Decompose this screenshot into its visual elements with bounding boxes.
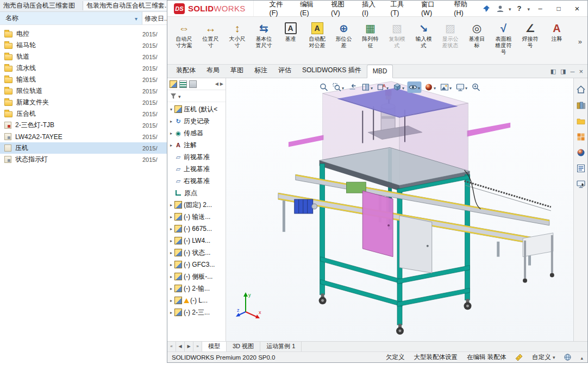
file-row[interactable]: 输送线2015/ <box>0 74 167 85</box>
file-row-selected[interactable]: 压机2015/ <box>0 142 167 154</box>
nav-prev-icon[interactable] <box>176 342 185 351</box>
propertymanager-tab-icon[interactable] <box>179 80 187 88</box>
status-expand-icon[interactable] <box>580 354 583 361</box>
file-row[interactable]: 状态指示灯2015/ <box>0 154 167 165</box>
solidworks-resources-home-icon[interactable] <box>576 85 586 95</box>
headsup-apply-scene[interactable] <box>439 81 453 93</box>
tab-assembly[interactable]: 装配体 <box>171 64 201 78</box>
headsup-hide-show-items[interactable] <box>407 81 421 93</box>
file-row[interactable]: LW42A2-TAYEE2015/ <box>0 131 167 142</box>
caret-down-icon[interactable] <box>418 84 420 91</box>
measure-icon[interactable] <box>515 354 523 361</box>
headsup-zoom-area[interactable] <box>331 81 345 93</box>
caret-down-icon[interactable] <box>449 84 452 91</box>
tab-motion-study[interactable]: 运动算例 1 <box>260 342 302 351</box>
pane-left-icon[interactable] <box>551 68 556 75</box>
expand-arrow-icon[interactable]: ▸ <box>168 238 174 243</box>
toolbar-auto-mate-tolerance[interactable]: A自动配对公差 <box>304 19 330 49</box>
toolbar-overflow-chevron[interactable] <box>574 37 586 46</box>
tree-item-front-plane[interactable]: 前视基准 <box>167 151 226 163</box>
toolbar-auto-dimension-scheme[interactable]: ⇔自动尺寸方案 <box>171 19 197 49</box>
tab-model[interactable]: 模型 <box>202 342 227 351</box>
explorer-window-title-front[interactable]: 包装泡壳自动压合机三维套... <box>83 1 167 10</box>
toolbar-note[interactable]: A注释 <box>543 19 570 42</box>
tab-mbd[interactable]: MBD <box>367 65 393 78</box>
expand-arrow-icon[interactable]: ▸ <box>168 131 174 136</box>
expand-arrow-icon[interactable]: ▸ <box>168 310 174 315</box>
nav-next-icon[interactable] <box>185 342 193 351</box>
tree-item-component[interactable]: ▸(-) 2-三... <box>167 306 226 318</box>
window-close-button[interactable] <box>569 2 585 15</box>
help-icon[interactable] <box>513 3 525 15</box>
pane-right-icon[interactable] <box>560 68 566 75</box>
toolbar-import-scheme[interactable]: ↘输入模式 <box>410 19 437 49</box>
expand-arrow-icon[interactable]: ▾ <box>168 107 174 112</box>
expand-arrow-icon[interactable]: ▸ <box>168 227 174 231</box>
tree-item-component[interactable]: ▸(-) 输送... <box>167 211 226 223</box>
file-row[interactable]: 限位轨道2015/ <box>0 85 167 97</box>
file-explorer-folder-icon[interactable] <box>576 116 586 126</box>
column-header-name[interactable]: 名称 <box>0 12 142 24</box>
caret-down-icon[interactable] <box>342 84 344 91</box>
scroll-right-icon[interactable] <box>220 81 223 86</box>
status-large-assembly[interactable]: 大型装配体设置 <box>414 353 458 361</box>
tab-evaluate[interactable]: 评估 <box>273 64 297 78</box>
toolbar-copy-scheme[interactable]: ▧复制模式 <box>384 19 410 49</box>
user-account-icon[interactable] <box>495 3 506 15</box>
toolbar-pattern-feature[interactable]: ▦阵列特征 <box>357 19 384 49</box>
tree-item-origin[interactable]: 原点 <box>167 187 226 199</box>
headsup-zoom-fit[interactable] <box>318 81 329 93</box>
expand-arrow-icon[interactable]: ▸ <box>168 143 174 148</box>
expand-arrow-icon[interactable]: ▸ <box>168 215 174 219</box>
window-maximize-button[interactable] <box>551 2 567 15</box>
caret-down-icon[interactable] <box>386 84 389 91</box>
headsup-edit-appearance[interactable] <box>423 81 437 93</box>
expand-arrow-icon[interactable]: ▸ <box>168 298 174 303</box>
toolbar-datum-target[interactable]: ◎基准目标 <box>464 19 490 49</box>
expand-arrow-icon[interactable]: ▸ <box>168 286 174 291</box>
pin-menu-icon[interactable] <box>480 3 492 15</box>
file-row[interactable]: 轨道2015/ <box>0 51 167 62</box>
caret-down-icon[interactable] <box>402 84 404 91</box>
caret-down-icon[interactable] <box>371 84 373 91</box>
expand-arrow-icon[interactable]: ▸ <box>168 119 174 124</box>
expand-arrow-icon[interactable]: ▸ <box>168 203 174 208</box>
tab-markup[interactable]: 标注 <box>249 64 273 78</box>
toolbar-tolerance-status[interactable]: ▨显示公差状态 <box>437 19 464 49</box>
tab-sketch[interactable]: 草图 <box>225 64 249 78</box>
tree-item-component[interactable]: ▸(-) GFC3... <box>167 259 226 271</box>
filter-caret-icon[interactable] <box>178 92 181 100</box>
appearances-scenes-icon[interactable] <box>576 148 586 158</box>
graphics-viewport[interactable]: A <box>226 78 573 341</box>
file-row[interactable]: 流水线2015/ <box>0 62 167 74</box>
user-caret-icon[interactable] <box>509 5 511 12</box>
pane-minimize-icon[interactable] <box>571 68 575 75</box>
tree-item-history[interactable]: ▸历史记录 <box>167 115 226 127</box>
headsup-previous-view[interactable] <box>347 81 358 93</box>
tree-item-root[interactable]: ▾压机 (默认< <box>167 103 226 115</box>
scroll-left-icon[interactable] <box>215 81 218 86</box>
pane-close-icon[interactable] <box>579 67 583 76</box>
sort-caret-icon[interactable] <box>135 15 137 22</box>
custom-properties-icon[interactable] <box>576 164 586 173</box>
toolbar-weld-symbol[interactable]: ∠焊接符号 <box>517 19 543 49</box>
assembly-3d-model[interactable] <box>226 78 573 341</box>
globe-icon[interactable] <box>564 354 571 361</box>
tree-item-component[interactable]: ▸(-) LW4... <box>167 235 226 247</box>
expand-arrow-icon[interactable]: ▸ <box>168 262 174 267</box>
tab-solidworks-addins[interactable]: SOLIDWORKS 插件 <box>297 64 367 78</box>
headsup-magnified-selection[interactable] <box>470 81 481 93</box>
headsup-display-style[interactable] <box>391 81 405 93</box>
file-row[interactable]: 新建文件夹2015/ <box>0 97 167 108</box>
units-caret-icon[interactable] <box>553 354 555 360</box>
tree-item-annotations[interactable]: ▸注解 <box>167 139 226 151</box>
tree-item-top-plane[interactable]: 上视基准 <box>167 163 226 175</box>
solidworks-forum-icon[interactable] <box>576 179 586 189</box>
tree-item-component[interactable]: ▸(-) 状态... <box>167 247 226 259</box>
featuremanager-tab-icon[interactable] <box>170 80 177 88</box>
nav-last-icon[interactable] <box>193 342 202 351</box>
expand-arrow-icon[interactable]: ▸ <box>168 250 174 255</box>
expand-arrow-icon[interactable]: ▸ <box>168 274 174 279</box>
column-header-date[interactable]: 修改日... <box>142 12 167 24</box>
status-units-selector[interactable]: 自定义 <box>532 353 555 361</box>
